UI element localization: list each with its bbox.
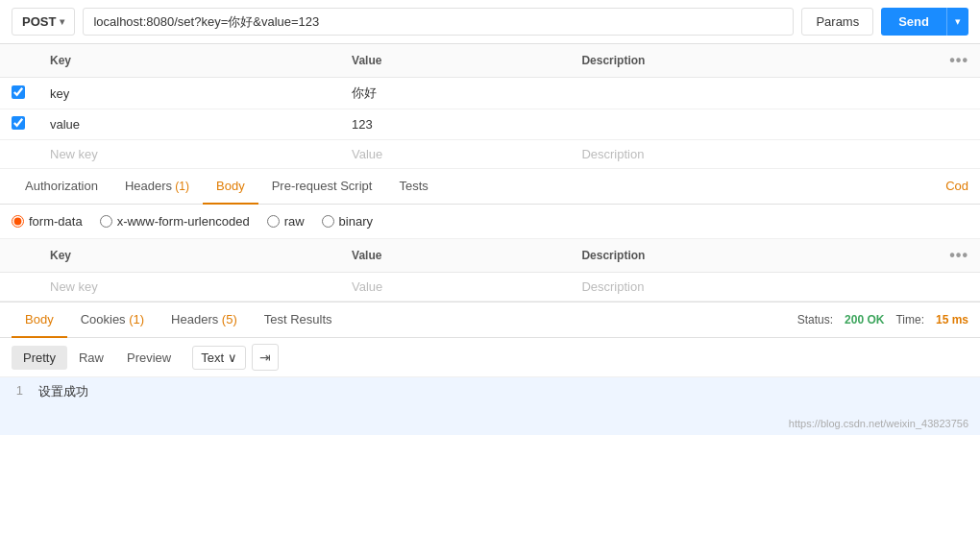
params-desc-header: Description [570,44,938,78]
params-new-row: New key Value Description [0,140,980,169]
resp-tab-test-results[interactable]: Test Results [251,302,346,338]
response-content: 1 设置成功 https://blog.csdn.net/weixin_4382… [0,377,980,435]
params-row-checkbox[interactable] [12,116,25,130]
params-row: key 你好 [0,78,980,109]
body-value-header: Value [340,239,570,273]
body-option-label: x-www-form-urlencoded [117,214,250,229]
send-button[interactable]: Send [881,8,946,36]
method-label: POST [22,14,56,29]
params-section: Key Value Description ••• key 你好 value 1… [0,44,980,169]
body-option-binary[interactable]: binary [322,214,373,229]
req-tab-tests[interactable]: Tests [385,169,441,205]
resp-tab-headers[interactable]: Headers (5) [158,302,251,338]
line-content: 设置成功 [38,383,88,400]
body-radio-form-data[interactable] [12,215,24,228]
params-new-desc: Description [581,147,644,161]
params-row-desc [570,109,938,140]
resp-tab-body[interactable]: Body [12,302,67,338]
req-tab-pre-request-script[interactable]: Pre-request Script [258,169,386,205]
time-label: Time: [895,313,924,326]
body-options: form-data x-www-form-urlencoded raw bina… [0,205,980,239]
body-new-key: New key [50,279,98,294]
send-dropdown-button[interactable]: ▾ [946,8,968,36]
body-radio-raw[interactable] [267,215,280,228]
params-row-value: 123 [340,109,570,140]
body-desc-header: Description [570,239,938,273]
time-value: 15 ms [936,313,968,326]
params-value-header: Value [340,44,570,78]
url-input[interactable] [83,8,794,36]
response-line: 1 设置成功 [0,377,980,406]
params-button[interactable]: Params [801,8,873,36]
body-new-value: Value [352,279,382,294]
body-new-desc: Description [581,279,644,294]
status-label: Status: [797,313,833,326]
send-group: Send ▾ [881,8,968,36]
params-table: Key Value Description ••• key 你好 value 1… [0,44,980,169]
body-option-raw[interactable]: raw [267,214,305,229]
resp-view-preview[interactable]: Preview [115,346,183,370]
wrap-button[interactable]: ⇥ [252,344,279,371]
params-row-value: 你好 [340,78,570,109]
response-view-buttons: PrettyRawPreview [12,346,183,370]
code-link[interactable]: Cod [945,169,968,204]
body-new-row: New key Value Description [0,273,980,302]
params-new-value: Value [352,147,382,161]
body-option-label: binary [339,214,373,229]
body-checkbox-header [0,239,38,273]
params-key-header: Key [38,44,340,78]
format-select[interactable]: Text ∨ [192,346,246,370]
resp-tab-cookies[interactable]: Cookies (1) [67,302,158,338]
params-new-key: New key [50,147,98,161]
params-row-desc [570,78,938,109]
params-row-key: value [38,109,340,140]
resp-tab-list: BodyCookies (1)Headers (5)Test Results [12,302,346,337]
params-row: value 123 [0,109,980,140]
response-status-area: Status: 200 OK Time: 15 ms [797,313,968,326]
body-form-section: Key Value Description ••• New key Value … [0,239,980,302]
params-more-header: ••• [938,44,980,78]
resp-view-pretty[interactable]: Pretty [12,346,67,370]
params-checkbox-header [0,44,38,78]
resp-view-raw[interactable]: Raw [67,346,115,370]
method-chevron-icon: ▾ [60,16,64,27]
body-table: Key Value Description ••• New key Value … [0,239,980,302]
body-option-form-data[interactable]: form-data [12,214,83,229]
top-bar: POST ▾ Params Send ▾ [0,0,980,44]
format-chevron-icon: ∨ [228,351,237,365]
body-radio-binary[interactable] [322,215,334,228]
req-tab-list: AuthorizationHeaders (1)BodyPre-request … [12,169,442,204]
status-value: 200 OK [845,313,884,326]
req-tab-body[interactable]: Body [203,169,258,205]
params-row-checkbox[interactable] [12,85,25,99]
params-row-key: key [38,78,340,109]
body-option-urlencoded[interactable]: x-www-form-urlencoded [100,214,250,229]
watermark: https://blog.csdn.net/weixin_43823756 [789,418,968,429]
req-tab-headers[interactable]: Headers (1) [111,169,203,205]
request-tabs: AuthorizationHeaders (1)BodyPre-request … [0,169,980,205]
response-toolbar: PrettyRawPreview Text ∨ ⇥ [0,338,980,377]
response-tabs: BodyCookies (1)Headers (5)Test Results S… [0,302,980,338]
body-more-header: ••• [938,239,980,273]
format-label: Text [201,351,224,365]
line-number: 1 [0,383,38,398]
body-option-label: form-data [29,214,83,229]
body-option-label: raw [284,214,305,229]
method-button[interactable]: POST ▾ [12,8,75,36]
body-radio-urlencoded[interactable] [100,215,112,228]
req-tab-authorization[interactable]: Authorization [12,169,111,205]
body-key-header: Key [38,239,340,273]
